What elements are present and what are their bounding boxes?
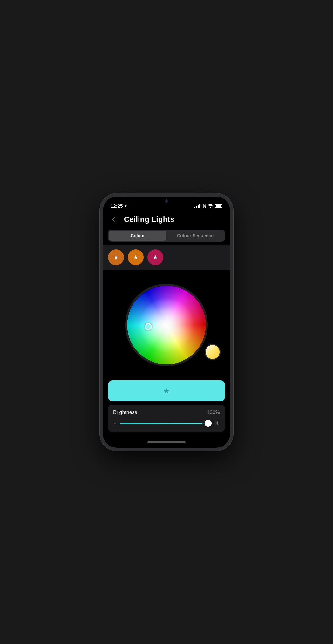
phone-screen: 12:25 ➤ ⌘	[103, 197, 230, 448]
color-wheel-container	[125, 284, 208, 366]
star-icon-3: ★	[153, 254, 158, 261]
favorite-button-1[interactable]: ★	[108, 249, 124, 265]
tab-colour[interactable]: Colour	[109, 231, 166, 241]
brightness-high-icon: ☀	[215, 420, 220, 427]
signal-bar-2	[196, 206, 197, 208]
brightness-slider-fill	[120, 423, 202, 424]
svg-point-0	[210, 207, 211, 208]
phone-frame: 12:25 ➤ ⌘	[100, 193, 233, 451]
color-picker-handle[interactable]	[145, 323, 152, 330]
home-bar	[147, 441, 186, 443]
brightness-low-icon: ☀	[113, 421, 117, 426]
notch	[146, 197, 187, 205]
status-icons: ⌘	[194, 204, 222, 209]
brightness-section: Brightness 100% ☀ ☀	[108, 405, 225, 432]
save-color-button[interactable]: ★	[108, 380, 225, 401]
signal-bar-4	[199, 204, 200, 208]
status-bar: 12:25 ➤ ⌘	[103, 197, 230, 211]
battery-fill	[216, 205, 221, 207]
wifi-icon: ⌘	[202, 204, 213, 209]
signal-icon	[194, 204, 200, 208]
home-indicator	[103, 437, 230, 448]
page-title: Ceiling Lights	[124, 215, 174, 224]
color-wheel[interactable]	[125, 284, 208, 366]
header: Ceiling Lights	[103, 211, 230, 228]
status-time: 12:25 ➤	[111, 203, 127, 209]
back-button[interactable]	[109, 214, 119, 225]
star-icon-2: ★	[133, 254, 138, 261]
color-wheel-canvas[interactable]	[127, 286, 206, 364]
signal-bar-3	[198, 205, 199, 208]
brightness-slider-track[interactable]	[120, 423, 212, 424]
favorite-button-2[interactable]: ★	[128, 249, 144, 265]
tab-colour-sequence[interactable]: Colour Sequence	[166, 231, 224, 241]
color-wheel-area	[103, 270, 230, 380]
location-arrow-icon: ➤	[125, 204, 127, 208]
app-content: Ceiling Lights Colour Colour Sequence ★ …	[103, 211, 230, 437]
brightness-slider-thumb[interactable]	[205, 420, 212, 427]
brightness-header: Brightness 100%	[113, 410, 220, 415]
warm-cool-thumb[interactable]	[205, 344, 221, 360]
save-star-icon: ★	[163, 386, 170, 395]
battery-icon	[215, 204, 222, 208]
brightness-value: 100%	[207, 410, 220, 415]
back-arrow-icon	[112, 217, 117, 221]
favorite-button-3[interactable]: ★	[147, 249, 163, 265]
time-display: 12:25	[111, 203, 123, 209]
star-icon-1: ★	[113, 254, 119, 261]
favorites-row: ★ ★ ★	[103, 245, 230, 270]
brightness-label: Brightness	[113, 410, 137, 415]
tab-bar: Colour Colour Sequence	[108, 230, 225, 242]
front-camera	[165, 199, 168, 203]
brightness-slider-row: ☀ ☀	[113, 420, 220, 427]
signal-bar-1	[194, 207, 195, 208]
